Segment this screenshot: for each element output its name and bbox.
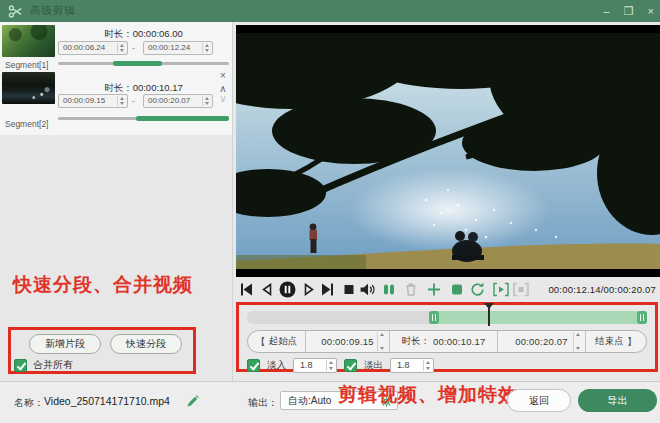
segment-2-end-input[interactable]: 00:00:20.07 (143, 94, 213, 108)
set-end-point-button[interactable]: 结束点 】 (586, 331, 646, 352)
set-start-point-button[interactable]: 【 起始点 (248, 331, 306, 352)
segment-2-thumbnail[interactable] (2, 72, 55, 104)
segment-1-label: Segment[1] (5, 60, 48, 70)
segment-1-range-slider[interactable] (58, 62, 229, 65)
window-title: 高级剪辑 (30, 4, 76, 18)
fade-out-label: 淡出 (364, 359, 383, 372)
name-label: 名称： (14, 396, 44, 410)
next-frame-icon[interactable] (301, 281, 317, 298)
video-frame (236, 25, 660, 277)
trim-bar: 【 起始点 00:00:09.15 时长：00:00:10.17 00:00:2… (247, 330, 647, 353)
minimize-icon[interactable]: – (604, 0, 610, 22)
segment-1-thumbnail[interactable] (2, 25, 55, 57)
annotation-box-timeline: 【 起始点 00:00:09.15 时长：00:00:10.17 00:00:2… (236, 302, 658, 372)
scissors-logo-icon (8, 4, 23, 19)
spinner[interactable] (423, 360, 432, 371)
end-time-input[interactable]: 00:00:20.07 (498, 331, 586, 352)
fade-in-checkbox[interactable] (247, 359, 260, 372)
spinner[interactable] (117, 96, 126, 106)
section-play-icon[interactable] (492, 281, 510, 298)
stop-icon[interactable] (341, 281, 357, 298)
fade-controls: 淡入 1.8 淡出 1.8 (247, 358, 434, 373)
skip-end-icon[interactable] (320, 281, 336, 298)
range-separator: - (132, 96, 135, 106)
annotation-right-tip: 剪辑视频、增加特效 (338, 382, 518, 408)
video-preview (236, 25, 660, 277)
start-time-input[interactable]: 00:00:09.15 (306, 331, 390, 352)
fade-in-input[interactable]: 1.8 (293, 358, 337, 373)
spinner[interactable] (202, 96, 211, 106)
segment-2-start-input[interactable]: 00:00:09.15 (58, 94, 128, 108)
volume-icon[interactable] (359, 281, 376, 298)
segment-2-close-icon[interactable]: × (216, 71, 230, 81)
add-segment-button[interactable]: 新增片段 (29, 334, 101, 354)
edit-pencil-icon[interactable] (186, 395, 199, 408)
trash-icon[interactable] (403, 281, 419, 298)
spinner[interactable] (377, 332, 386, 351)
timeline-selected-range[interactable] (429, 311, 647, 324)
fade-in-label: 淡入 (267, 359, 286, 372)
segment-1-start-input[interactable]: 00:00:06.24 (58, 41, 128, 55)
trim-duration: 时长：00:00:10.17 (390, 331, 498, 352)
close-icon[interactable]: × (648, 0, 654, 22)
merge-all-checkbox[interactable] (14, 359, 27, 372)
fade-out-input[interactable]: 1.8 (390, 358, 434, 373)
fade-out-checkbox[interactable] (344, 359, 357, 372)
segment-2-label: Segment[2] (5, 119, 48, 129)
spinner[interactable] (117, 43, 126, 53)
export-button[interactable]: 导出 (578, 389, 657, 412)
back-button[interactable]: 返回 (507, 389, 571, 412)
file-name-value: Video_250714171710.mp4 (44, 395, 170, 407)
annotation-left-tip: 快速分段、合并视频 (13, 272, 193, 298)
spinner[interactable] (202, 43, 211, 53)
add-icon[interactable] (426, 281, 442, 298)
segment-1-duration: 时长：00:00:06.00 (58, 28, 229, 41)
spinner[interactable] (573, 332, 582, 351)
loop-icon[interactable] (469, 281, 486, 298)
title-bar: 高级剪辑 – ❒ × (0, 0, 660, 22)
maximize-icon[interactable]: ❒ (624, 0, 634, 22)
pause-icon[interactable] (279, 281, 296, 298)
range-separator: - (132, 43, 135, 53)
merge-all-label: 合并所有 (33, 358, 73, 372)
snapshot-icon[interactable] (449, 281, 465, 298)
segment-2-move-down-icon[interactable]: ∨ (216, 94, 230, 104)
skip-start-icon[interactable] (238, 281, 254, 298)
time-display: 00:00:12.14/00:00:20.07 (548, 284, 656, 295)
timeline-end-handle[interactable] (637, 311, 647, 324)
spinner[interactable] (326, 360, 335, 371)
timeline-track[interactable] (247, 311, 647, 324)
timeline-start-handle[interactable] (429, 311, 439, 324)
prev-frame-icon[interactable] (259, 281, 275, 298)
output-label: 输出： (248, 396, 278, 410)
quick-segment-button[interactable]: 快速分段 (110, 334, 182, 354)
segment-2-range-slider[interactable] (58, 117, 229, 120)
segment-1-end-input[interactable]: 00:00:12.24 (143, 41, 213, 55)
section-stop-icon[interactable] (512, 281, 530, 298)
timeline-playhead[interactable] (488, 307, 490, 326)
split-clip-icon[interactable] (381, 281, 397, 298)
